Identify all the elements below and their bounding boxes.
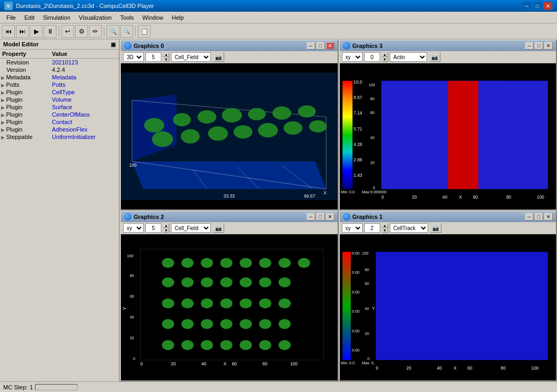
graphics-2-snapshot[interactable]: 📷 — [212, 223, 224, 233]
val-plugin-celltype[interactable]: CellType — [52, 89, 75, 95]
graphics-2-content[interactable]: Y — [121, 234, 338, 380]
val-plugin-adhesion[interactable]: AdhesionFlex — [52, 126, 88, 133]
graphics-2-close[interactable]: ✕ — [326, 213, 334, 220]
graphics-3-content[interactable]: 10.0 8.57 7.14 5.71 4.28 2.86 1.43 Min: … — [340, 63, 556, 209]
graphics-3-field-select[interactable]: Actin — [390, 52, 427, 62]
toolbar-edit[interactable]: ✏ — [89, 25, 102, 38]
graphics-2-mode-select[interactable]: xy xz yz 3D — [123, 223, 144, 233]
graphics-0-field-select[interactable]: Cell_Field — [171, 52, 211, 62]
svg-text:60: 60 — [467, 365, 472, 371]
table-row: ▶ Plugin CenterOfMass — [0, 111, 119, 118]
val-metadata[interactable]: Metadata — [52, 74, 77, 80]
svg-point-78 — [240, 298, 252, 308]
svg-point-67 — [162, 277, 174, 288]
toolbar-clipboard[interactable]: 📋 — [138, 25, 151, 38]
graphics-3-title-group: Graphics 3 — [343, 42, 383, 50]
graphics-0-content[interactable]: 100 33.33 66.67 X — [121, 63, 338, 209]
graphics-3-toolbar: xy xz yz 3D ▲ ▼ Actin 📷 — [340, 51, 556, 63]
menu-tools[interactable]: Tools — [116, 13, 138, 22]
val-potts[interactable]: Potts — [52, 81, 65, 88]
graphics-0-controls: ─ □ ✕ — [307, 42, 334, 50]
mc-step-label: MC Step: — [3, 384, 28, 390]
graphics-0-maximize[interactable]: □ — [316, 42, 325, 50]
graphics-0-title: Graphics 0 — [134, 43, 164, 49]
menu-simulation[interactable]: Simulation — [39, 13, 75, 22]
svg-point-85 — [240, 319, 252, 329]
graphics-0-minimize[interactable]: ─ — [307, 42, 315, 50]
graphics-2-step-input[interactable] — [145, 223, 161, 233]
graphics-1-mode-select[interactable]: xy xz yz 3D — [342, 223, 363, 233]
graphics-2-step-down[interactable]: ▼ — [163, 228, 169, 233]
menu-window[interactable]: Window — [138, 13, 167, 22]
graphics-0-step-down[interactable]: ▼ — [163, 57, 169, 62]
svg-rect-109 — [342, 252, 351, 360]
graphics-1-maximize[interactable]: □ — [535, 213, 543, 220]
graphics-1-content[interactable]: 0.00 0.00 0.00 0.00 0.00 0.00 Min: 0.0 M… — [340, 234, 556, 380]
toolbar-undo[interactable]: ↩ — [61, 25, 74, 38]
graphics-2-maximize[interactable]: □ — [316, 213, 325, 220]
graphics-3-step-down[interactable]: ▼ — [382, 57, 388, 62]
graphics-3-step-spinner[interactable]: ▲ ▼ — [382, 52, 388, 62]
svg-point-19 — [208, 126, 228, 141]
val-revision[interactable]: 20210123 — [52, 59, 78, 66]
graphics-3-icon — [343, 42, 350, 50]
graphics-2-step-spinner[interactable]: ▲ ▼ — [163, 223, 169, 233]
graphics-2-field-select[interactable]: Cell_Field — [171, 223, 211, 233]
graphics-0-snapshot[interactable]: 📷 — [212, 52, 224, 62]
val-plugin-volume[interactable]: Volume — [52, 96, 72, 103]
svg-text:100: 100 — [127, 254, 133, 258]
graphics-2-minimize[interactable]: ─ — [307, 213, 315, 220]
graphics-3-minimize[interactable]: ─ — [525, 42, 534, 50]
model-editor-close[interactable]: ▣ — [111, 42, 116, 47]
menu-help[interactable]: Help — [167, 13, 188, 22]
prop-plugin-adhesion: ▶ Plugin — [0, 126, 50, 133]
graphics-1-minimize[interactable]: ─ — [525, 213, 534, 220]
graphics-0-step-input[interactable] — [145, 52, 161, 62]
graphics-3-controls: ─ □ ✕ — [525, 42, 553, 50]
toolbar-rewind[interactable]: ⏮ — [2, 25, 15, 38]
svg-point-59 — [162, 258, 174, 268]
graphics-1-step-input[interactable] — [364, 223, 380, 233]
val-plugin-com[interactable]: CenterOfMass — [52, 111, 90, 118]
val-plugin-surface[interactable]: Surface — [52, 104, 72, 110]
graphics-3-snapshot[interactable]: 📷 — [429, 52, 440, 62]
graphics-3-maximize[interactable]: □ — [535, 42, 543, 50]
svg-point-92 — [240, 340, 252, 350]
graphics-0-step-spinner[interactable]: ▲ ▼ — [163, 52, 169, 62]
graphics-2-step-up[interactable]: ▲ — [163, 223, 169, 228]
graphics-2-panel: Graphics 2 ─ □ ✕ xy xz yz 3D ▲ ▼ — [120, 210, 339, 381]
svg-text:X: X — [224, 361, 227, 366]
table-row: ▶ Plugin Volume — [0, 96, 119, 103]
graphics-3-step-up[interactable]: ▲ — [382, 52, 388, 57]
graphics-1-step-spinner[interactable]: ▲ ▼ — [382, 223, 388, 233]
svg-point-80 — [278, 298, 291, 308]
graphics-1-close[interactable]: ✕ — [544, 213, 553, 220]
graphics-1-step-down[interactable]: ▼ — [382, 228, 388, 233]
graphics-1-snapshot[interactable]: 📷 — [430, 223, 441, 233]
menu-edit[interactable]: Edit — [20, 13, 39, 22]
menu-visualization[interactable]: Visualization — [75, 13, 116, 22]
toolbar-zoom-in[interactable]: 🔍 — [107, 25, 119, 38]
toolbar-settings[interactable]: ⚙ — [75, 25, 88, 38]
graphics-3-mode-select[interactable]: xy xz yz 3D — [342, 52, 363, 62]
graphics-3-close[interactable]: ✕ — [544, 42, 553, 50]
graphics-1-header: Graphics 1 ─ □ ✕ — [340, 211, 556, 222]
prop-steppable: ▶ Steppable — [0, 133, 50, 141]
toolbar-zoom-out[interactable]: 🔍 — [120, 25, 133, 38]
close-button[interactable]: ✕ — [543, 2, 553, 10]
graphics-1-step-up[interactable]: ▲ — [382, 223, 388, 228]
toolbar-step-back[interactable]: ⏭ — [16, 25, 29, 38]
val-steppable[interactable]: UniformInitializer — [52, 134, 96, 140]
graphics-0-close[interactable]: ✕ — [326, 42, 334, 50]
graphics-3-step-input[interactable] — [364, 52, 380, 62]
toolbar-play[interactable]: ▶ — [30, 25, 43, 38]
menu-file[interactable]: File — [2, 13, 20, 22]
graphics-1-field-select[interactable]: CellTrack — [390, 223, 428, 233]
toolbar-pause[interactable]: ⏸ — [44, 25, 56, 38]
maximize-button[interactable]: □ — [533, 2, 542, 10]
graphics-0-mode-select[interactable]: 3D xy xz yz — [123, 52, 144, 62]
minimize-button[interactable]: ─ — [522, 2, 531, 10]
val-plugin-contact[interactable]: Contact — [52, 119, 72, 125]
prop-plugin-com: ▶ Plugin — [0, 111, 50, 118]
graphics-0-step-up[interactable]: ▲ — [163, 52, 169, 57]
